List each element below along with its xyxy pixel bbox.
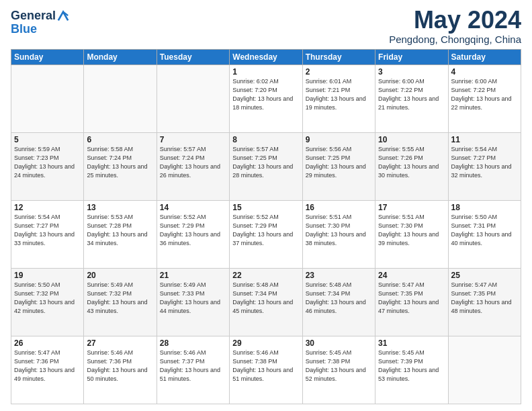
day-info: Sunrise: 5:47 AMSunset: 7:35 PMDaylight:… <box>451 281 512 314</box>
table-row: 5 Sunrise: 5:59 AMSunset: 7:23 PMDayligh… <box>11 132 84 200</box>
table-row: 14 Sunrise: 5:52 AMSunset: 7:29 PMDaylig… <box>157 200 229 268</box>
table-row: 28 Sunrise: 5:46 AMSunset: 7:37 PMDaylig… <box>157 336 229 404</box>
table-row: 1 Sunrise: 6:02 AMSunset: 7:20 PMDayligh… <box>230 64 302 132</box>
day-number: 3 <box>378 67 445 77</box>
day-info: Sunrise: 5:57 AMSunset: 7:24 PMDaylight:… <box>160 146 220 179</box>
day-info: Sunrise: 6:00 AMSunset: 7:22 PMDaylight:… <box>451 78 512 111</box>
day-number: 1 <box>232 67 299 77</box>
table-row: 8 Sunrise: 5:57 AMSunset: 7:25 PMDayligh… <box>230 132 302 200</box>
day-number: 22 <box>232 271 299 280</box>
day-number: 11 <box>451 135 518 144</box>
subtitle: Pengdong, Chongqing, China <box>389 34 521 45</box>
day-info: Sunrise: 5:49 AMSunset: 7:33 PMDaylight:… <box>160 281 220 314</box>
header-monday: Monday <box>84 49 157 64</box>
calendar-week-4: 19 Sunrise: 5:50 AMSunset: 7:32 PMDaylig… <box>11 268 521 336</box>
table-row: 12 Sunrise: 5:54 AMSunset: 7:27 PMDaylig… <box>11 200 84 268</box>
day-number: 4 <box>451 67 518 77</box>
day-info: Sunrise: 5:52 AMSunset: 7:29 PMDaylight:… <box>160 214 220 246</box>
logo-icon <box>57 10 69 22</box>
day-number: 8 <box>232 135 299 144</box>
day-number: 31 <box>378 338 445 348</box>
calendar-header-row: Sunday Monday Tuesday Wednesday Thursday… <box>11 49 521 64</box>
table-row <box>84 64 157 132</box>
day-number: 10 <box>378 135 445 144</box>
table-row: 4 Sunrise: 6:00 AMSunset: 7:22 PMDayligh… <box>448 64 521 132</box>
day-number: 19 <box>14 271 81 280</box>
table-row: 19 Sunrise: 5:50 AMSunset: 7:32 PMDaylig… <box>11 268 84 336</box>
table-row: 31 Sunrise: 5:45 AMSunset: 7:39 PMDaylig… <box>375 336 448 404</box>
day-info: Sunrise: 5:55 AMSunset: 7:26 PMDaylight:… <box>378 146 439 179</box>
day-info: Sunrise: 5:52 AMSunset: 7:29 PMDaylight:… <box>232 214 293 246</box>
table-row: 9 Sunrise: 5:56 AMSunset: 7:25 PMDayligh… <box>302 132 375 200</box>
day-number: 7 <box>160 135 226 144</box>
day-info: Sunrise: 5:51 AMSunset: 7:30 PMDaylight:… <box>378 214 439 246</box>
day-number: 16 <box>306 203 372 212</box>
day-number: 20 <box>87 271 153 280</box>
calendar-week-1: 1 Sunrise: 6:02 AMSunset: 7:20 PMDayligh… <box>11 64 521 132</box>
day-number: 12 <box>14 203 81 212</box>
header-friday: Friday <box>375 49 448 64</box>
day-number: 13 <box>87 203 153 212</box>
table-row: 23 Sunrise: 5:48 AMSunset: 7:34 PMDaylig… <box>302 268 375 336</box>
table-row: 30 Sunrise: 5:45 AMSunset: 7:38 PMDaylig… <box>302 336 375 404</box>
table-row: 3 Sunrise: 6:00 AMSunset: 7:22 PMDayligh… <box>375 64 448 132</box>
header-saturday: Saturday <box>448 49 521 64</box>
day-number: 5 <box>14 135 81 144</box>
table-row <box>448 336 521 404</box>
day-number: 23 <box>306 271 372 280</box>
day-info: Sunrise: 5:54 AMSunset: 7:27 PMDaylight:… <box>14 214 75 246</box>
table-row: 25 Sunrise: 5:47 AMSunset: 7:35 PMDaylig… <box>448 268 521 336</box>
header-tuesday: Tuesday <box>157 49 229 64</box>
table-row: 27 Sunrise: 5:46 AMSunset: 7:36 PMDaylig… <box>84 336 157 404</box>
day-number: 15 <box>232 203 299 212</box>
day-number: 18 <box>451 203 518 212</box>
table-row: 29 Sunrise: 5:46 AMSunset: 7:38 PMDaylig… <box>230 336 302 404</box>
day-number: 27 <box>87 338 153 348</box>
day-info: Sunrise: 5:54 AMSunset: 7:27 PMDaylight:… <box>451 146 512 179</box>
header-wednesday: Wednesday <box>230 49 302 64</box>
header-thursday: Thursday <box>302 49 375 64</box>
day-info: Sunrise: 6:01 AMSunset: 7:21 PMDaylight:… <box>306 78 366 111</box>
calendar-week-5: 26 Sunrise: 5:47 AMSunset: 7:36 PMDaylig… <box>11 336 521 404</box>
day-number: 24 <box>378 271 445 280</box>
day-info: Sunrise: 5:59 AMSunset: 7:23 PMDaylight:… <box>14 146 75 179</box>
title-block: May 2024 Pengdong, Chongqing, China <box>389 7 521 45</box>
day-number: 2 <box>306 67 372 77</box>
logo: General Blue <box>11 9 69 36</box>
day-number: 29 <box>232 338 299 348</box>
table-row: 18 Sunrise: 5:50 AMSunset: 7:31 PMDaylig… <box>448 200 521 268</box>
day-info: Sunrise: 5:45 AMSunset: 7:39 PMDaylight:… <box>378 349 439 382</box>
day-number: 25 <box>451 271 518 280</box>
day-number: 17 <box>378 203 445 212</box>
logo-text-blue: Blue <box>11 23 69 36</box>
table-row <box>11 64 84 132</box>
day-info: Sunrise: 5:58 AMSunset: 7:24 PMDaylight:… <box>87 146 147 179</box>
day-info: Sunrise: 5:56 AMSunset: 7:25 PMDaylight:… <box>306 146 366 179</box>
day-number: 6 <box>87 135 153 144</box>
table-row: 22 Sunrise: 5:48 AMSunset: 7:34 PMDaylig… <box>230 268 302 336</box>
page: General Blue May 2024 Pengdong, Chongqin… <box>0 0 532 411</box>
logo-text-general: General <box>11 9 56 23</box>
day-info: Sunrise: 5:48 AMSunset: 7:34 PMDaylight:… <box>306 281 366 314</box>
table-row: 7 Sunrise: 5:57 AMSunset: 7:24 PMDayligh… <box>157 132 229 200</box>
day-info: Sunrise: 5:46 AMSunset: 7:36 PMDaylight:… <box>87 349 147 382</box>
table-row: 16 Sunrise: 5:51 AMSunset: 7:30 PMDaylig… <box>302 200 375 268</box>
day-number: 14 <box>160 203 226 212</box>
table-row: 10 Sunrise: 5:55 AMSunset: 7:26 PMDaylig… <box>375 132 448 200</box>
table-row: 15 Sunrise: 5:52 AMSunset: 7:29 PMDaylig… <box>230 200 302 268</box>
calendar-week-3: 12 Sunrise: 5:54 AMSunset: 7:27 PMDaylig… <box>11 200 521 268</box>
day-info: Sunrise: 5:46 AMSunset: 7:38 PMDaylight:… <box>232 349 293 382</box>
day-number: 9 <box>306 135 372 144</box>
day-info: Sunrise: 5:50 AMSunset: 7:31 PMDaylight:… <box>451 214 512 246</box>
table-row: 13 Sunrise: 5:53 AMSunset: 7:28 PMDaylig… <box>84 200 157 268</box>
day-info: Sunrise: 6:02 AMSunset: 7:20 PMDaylight:… <box>232 78 293 111</box>
table-row <box>157 64 229 132</box>
calendar-week-2: 5 Sunrise: 5:59 AMSunset: 7:23 PMDayligh… <box>11 132 521 200</box>
day-info: Sunrise: 5:47 AMSunset: 7:36 PMDaylight:… <box>14 349 75 382</box>
day-info: Sunrise: 5:45 AMSunset: 7:38 PMDaylight:… <box>306 349 366 382</box>
day-number: 30 <box>306 338 372 348</box>
day-info: Sunrise: 6:00 AMSunset: 7:22 PMDaylight:… <box>378 78 439 111</box>
day-number: 28 <box>160 338 226 348</box>
table-row: 24 Sunrise: 5:47 AMSunset: 7:35 PMDaylig… <box>375 268 448 336</box>
table-row: 6 Sunrise: 5:58 AMSunset: 7:24 PMDayligh… <box>84 132 157 200</box>
